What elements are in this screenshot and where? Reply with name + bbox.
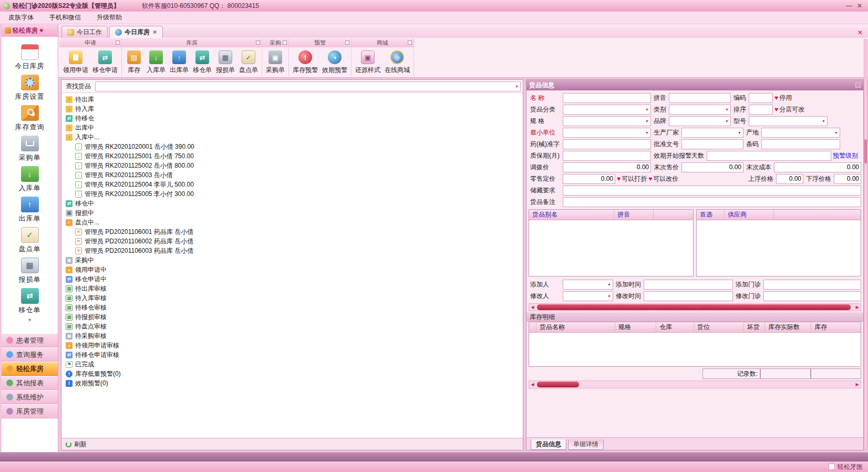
sidebar-item[interactable]: 库房设置 — [2, 73, 58, 103]
sidebar-item[interactable]: 入库单 — [2, 164, 58, 194]
tree-item[interactable]: 管理员 RK20201125005 李小付 300.00 — [61, 189, 523, 199]
ribbon-button[interactable]: 入库单 — [144, 48, 168, 77]
tree-item[interactable]: 库存低量预警(0) — [61, 369, 523, 378]
tree-item[interactable]: 待领用申请审核 — [61, 341, 523, 350]
can-discount-checkbox[interactable]: 可以打折 — [617, 175, 647, 183]
sidebar-item[interactable]: 报损单 — [2, 255, 58, 286]
stock-column-header[interactable]: 库存 — [811, 322, 861, 332]
stock-table-body[interactable] — [529, 333, 861, 366]
brand-select[interactable] — [669, 116, 731, 126]
supplier-column-header[interactable]: 供应商 — [725, 210, 774, 220]
ribbon-button[interactable]: 领用申请 — [61, 48, 90, 77]
stock-column-header[interactable]: 货品名称 — [536, 322, 615, 332]
tree-item[interactable]: 管理员 PD20201106002 药品库 岳小倩 — [61, 237, 523, 246]
tree-item[interactable]: 待出库审核 — [61, 284, 523, 293]
ribbon-button[interactable]: 在线商城 — [383, 48, 412, 77]
tree-item[interactable]: 移仓申请中 — [61, 274, 523, 284]
tab[interactable]: 今日工作 — [61, 26, 108, 38]
branch-editable-checkbox[interactable]: 分店可改 — [774, 105, 804, 114]
sidebar-group-button[interactable]: 系统维护 — [2, 390, 58, 404]
close-icon[interactable]: ✕ — [854, 2, 865, 9]
tree-item[interactable]: 管理员 RK20201020001 岳小倩 390.00 — [61, 142, 523, 151]
sidebar-group-button[interactable]: 患者管理 — [2, 333, 58, 347]
scroll-left-icon[interactable] — [529, 305, 536, 310]
scroll-right-icon[interactable] — [854, 382, 861, 387]
last-cost-input[interactable] — [774, 162, 861, 172]
modified-time-input[interactable] — [644, 291, 733, 301]
stock-column-header[interactable] — [529, 322, 536, 332]
tree-item[interactable]: 待入库 — [61, 104, 523, 114]
alert-level-link[interactable]: 预警级别 — [833, 151, 861, 160]
type-select[interactable] — [669, 105, 731, 115]
preferred-column-header[interactable]: 首选 — [697, 210, 725, 220]
approval-input[interactable] — [563, 139, 651, 149]
refresh-bar[interactable]: 刷新 — [61, 438, 523, 450]
tree-item[interactable]: 入库中... — [61, 132, 523, 142]
tree-item[interactable]: 采购中 — [61, 255, 523, 265]
menu-item[interactable]: 升级帮助 — [97, 13, 122, 22]
manufacturer-select[interactable] — [681, 128, 743, 138]
info-bottom-tab[interactable]: 单据详情 — [568, 439, 604, 450]
added-time-input[interactable] — [644, 280, 733, 290]
sidebar-group-button[interactable]: 其他报表 — [2, 376, 58, 390]
scroll-left-icon[interactable] — [529, 382, 536, 387]
ribbon-button[interactable]: 还原样式 — [353, 48, 383, 77]
info-bottom-tab[interactable]: 货品信息 — [531, 439, 566, 450]
float-down-input[interactable] — [834, 174, 861, 184]
tree-item[interactable]: 已完成 — [61, 360, 523, 369]
tree-item[interactable]: 管理员 PD20201106001 药品库 岳小倩 — [61, 227, 523, 237]
tree-item[interactable]: 效期预警(0) — [61, 378, 523, 388]
ribbon-button[interactable]: 移仓单 — [191, 48, 214, 77]
added-clinic-input[interactable] — [763, 280, 861, 290]
panel-menu-icon[interactable] — [855, 83, 861, 88]
min-unit-select[interactable] — [563, 128, 651, 138]
ribbon-button[interactable]: 移仓申请 — [90, 48, 120, 77]
goods-search-input[interactable] — [96, 83, 520, 90]
ribbon-button[interactable]: 库存 — [123, 48, 144, 77]
tree-item[interactable]: 管理员 RK20201125004 李菲儿 500.00 — [61, 180, 523, 189]
tab-close-icon[interactable]: ✕ — [152, 29, 157, 36]
float-up-input[interactable] — [776, 174, 803, 184]
alias-pinyin-column-header[interactable]: 拼音 — [614, 210, 654, 220]
tree-item[interactable]: 管理员 PD20201106003 药品库 岳小倩 — [61, 246, 523, 255]
sidebar-item[interactable]: 盘点单 — [2, 225, 58, 255]
group-launcher-icon[interactable] — [256, 40, 260, 45]
alias-column-header[interactable]: 货品别名 — [529, 210, 614, 220]
tree-item[interactable]: 待移仓审核 — [61, 303, 523, 312]
sidebar-group-button[interactable]: 查询服务 — [2, 347, 58, 362]
modified-by-select[interactable] — [563, 291, 613, 301]
barcode-input[interactable] — [761, 139, 840, 149]
scrollbar-thumb[interactable] — [537, 382, 579, 387]
tree-item[interactable]: 待移仓申请审核 — [61, 350, 523, 360]
group-launcher-icon[interactable] — [116, 40, 120, 45]
stock-column-header[interactable]: 仓库 — [656, 322, 694, 332]
supplier-table-body[interactable] — [697, 220, 861, 276]
last-sell-price-input[interactable] — [681, 162, 743, 172]
stock-column-header[interactable]: 坏货 — [744, 322, 765, 332]
sidebar-item[interactable]: 库存查询 — [2, 103, 58, 134]
code-input[interactable] — [749, 93, 773, 103]
tree-item[interactable]: 移仓中 — [61, 199, 523, 208]
tree-item[interactable]: 盘点中... — [61, 218, 523, 227]
sidebar-item[interactable]: 移仓单 — [2, 286, 58, 316]
ribbon-button[interactable]: 效期预警 — [320, 48, 349, 77]
sort-input[interactable] — [749, 105, 773, 115]
modified-clinic-input[interactable] — [763, 291, 861, 301]
ribbon-button[interactable]: 库存预警 — [291, 48, 320, 77]
group-launcher-icon[interactable] — [408, 40, 412, 45]
stock-column-header[interactable]: 货位 — [694, 322, 744, 332]
name-input[interactable] — [563, 93, 651, 103]
sidebar-group-button[interactable]: 轻松库房 — [2, 362, 58, 376]
tree-item[interactable]: 待移仓 — [61, 114, 523, 123]
vertical-scrollbar[interactable] — [864, 39, 867, 450]
expiry-days-input[interactable] — [707, 151, 831, 161]
tree-item[interactable]: 领用申请中 — [61, 265, 523, 274]
tree-item[interactable]: 出库中 — [61, 123, 523, 132]
minimize-icon[interactable]: — — [844, 2, 854, 9]
warranty-input[interactable] — [563, 151, 651, 161]
transfer-price-input[interactable] — [563, 162, 651, 172]
group-launcher-icon[interactable] — [345, 40, 349, 45]
spec-select[interactable] — [563, 116, 651, 126]
tree-item[interactable]: 待盘点审核 — [61, 322, 523, 331]
goods-search-combo[interactable] — [95, 81, 521, 91]
